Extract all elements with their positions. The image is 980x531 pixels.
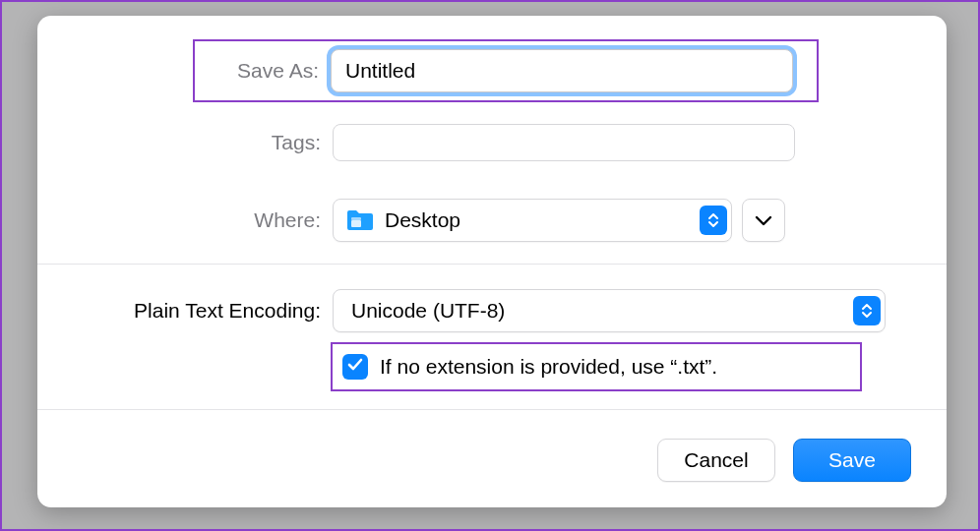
encoding-popup[interactable]: Unicode (UTF-8) [333,289,886,332]
where-row: Where: Desktop [37,193,947,248]
where-label: Where: [37,208,333,232]
divider [37,409,947,410]
tags-row: Tags: [37,118,947,167]
save-button[interactable]: Save [793,439,911,482]
encoding-row: Plain Text Encoding: Unicode (UTF-8) [37,289,947,332]
extension-checkbox-row: If no extension is provided, use “.txt”. [331,342,862,391]
tags-label: Tags: [37,131,333,154]
chevron-down-icon [755,208,772,232]
checkmark-icon [346,355,364,379]
save-as-row: Save As: [193,39,819,102]
save-as-label: Save As: [195,59,331,83]
cancel-button-label: Cancel [684,448,748,472]
encoding-label: Plain Text Encoding: [37,299,333,323]
stepper-icon [700,206,727,235]
svg-rect-1 [351,217,361,220]
folder-icon [345,208,375,232]
dialog-buttons: Cancel Save [657,439,911,482]
save-as-input[interactable] [331,49,793,92]
svg-rect-0 [351,220,361,227]
save-button-label: Save [828,448,876,472]
where-value: Desktop [385,208,700,232]
save-dialog: Save As: Tags: Where: Desktop [37,16,947,507]
where-popup[interactable]: Desktop [333,199,732,242]
extension-checkbox-label: If no extension is provided, use “.txt”. [380,355,717,379]
divider [37,264,947,265]
cancel-button[interactable]: Cancel [657,439,775,482]
extension-checkbox[interactable] [342,354,368,380]
encoding-value: Unicode (UTF-8) [351,299,853,323]
expand-button[interactable] [742,199,785,242]
tags-input[interactable] [333,124,795,161]
stepper-icon [853,296,881,325]
